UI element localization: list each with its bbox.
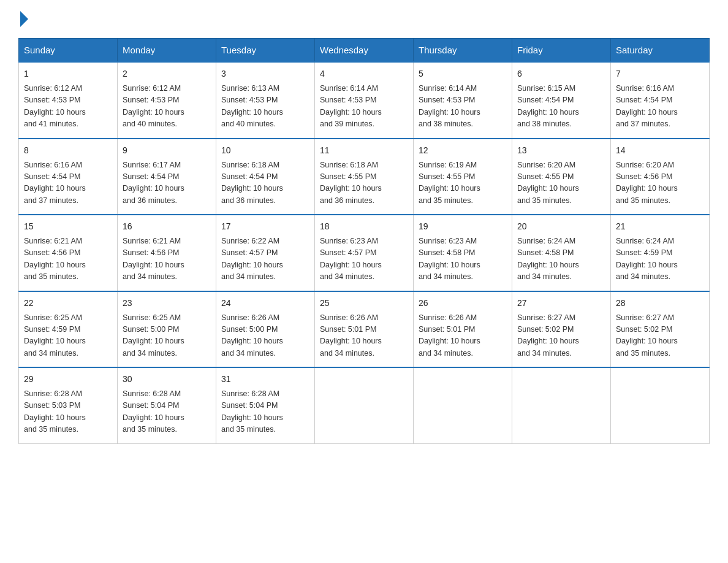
day-number: 5 [419, 67, 507, 80]
day-info: Sunrise: 6:26 AMSunset: 5:01 PMDaylight:… [320, 312, 408, 360]
day-info: Sunrise: 6:26 AMSunset: 5:00 PMDaylight:… [221, 312, 309, 360]
day-number: 18 [320, 220, 408, 233]
day-number: 30 [123, 373, 211, 386]
calendar-cell: 1 Sunrise: 6:12 AMSunset: 4:53 PMDayligh… [19, 62, 118, 139]
calendar-week-row: 29 Sunrise: 6:28 AMSunset: 5:03 PMDaylig… [19, 367, 710, 443]
day-number: 6 [517, 67, 605, 80]
day-info: Sunrise: 6:28 AMSunset: 5:04 PMDaylight:… [221, 388, 309, 436]
calendar-week-row: 22 Sunrise: 6:25 AMSunset: 4:59 PMDaylig… [19, 291, 710, 368]
day-info: Sunrise: 6:23 AMSunset: 4:58 PMDaylight:… [419, 236, 507, 283]
day-info: Sunrise: 6:12 AMSunset: 4:53 PMDaylight:… [24, 83, 112, 131]
calendar-cell [611, 367, 710, 443]
day-number: 12 [419, 144, 507, 157]
header-friday: Friday [512, 39, 611, 63]
day-info: Sunrise: 6:14 AMSunset: 4:53 PMDaylight:… [320, 83, 408, 131]
calendar-cell: 16 Sunrise: 6:21 AMSunset: 4:56 PMDaylig… [118, 215, 216, 291]
day-number: 26 [419, 297, 507, 310]
calendar-cell: 5 Sunrise: 6:14 AMSunset: 4:53 PMDayligh… [414, 62, 512, 139]
day-info: Sunrise: 6:20 AMSunset: 4:55 PMDaylight:… [517, 159, 605, 207]
header-monday: Monday [118, 39, 216, 63]
day-number: 20 [517, 220, 605, 233]
calendar-cell: 11 Sunrise: 6:18 AMSunset: 4:55 PMDaylig… [315, 139, 414, 215]
day-number: 16 [123, 220, 211, 233]
calendar-cell: 7 Sunrise: 6:16 AMSunset: 4:54 PMDayligh… [611, 62, 710, 139]
calendar-cell: 28 Sunrise: 6:27 AMSunset: 5:02 PMDaylig… [611, 291, 710, 368]
day-number: 11 [320, 144, 408, 157]
day-number: 22 [24, 297, 112, 310]
logo-arrow-icon [20, 11, 28, 27]
day-info: Sunrise: 6:27 AMSunset: 5:02 PMDaylight:… [517, 312, 605, 360]
day-info: Sunrise: 6:18 AMSunset: 4:55 PMDaylight:… [320, 159, 408, 207]
day-info: Sunrise: 6:14 AMSunset: 4:53 PMDaylight:… [419, 83, 507, 131]
calendar-cell: 13 Sunrise: 6:20 AMSunset: 4:55 PMDaylig… [512, 139, 611, 215]
day-info: Sunrise: 6:24 AMSunset: 4:58 PMDaylight:… [517, 236, 605, 283]
calendar-cell: 30 Sunrise: 6:28 AMSunset: 5:04 PMDaylig… [118, 367, 216, 443]
day-number: 21 [616, 220, 704, 233]
day-number: 10 [221, 144, 309, 157]
calendar-cell: 22 Sunrise: 6:25 AMSunset: 4:59 PMDaylig… [19, 291, 118, 368]
calendar-cell: 10 Sunrise: 6:18 AMSunset: 4:54 PMDaylig… [216, 139, 315, 215]
day-number: 13 [517, 144, 605, 157]
header-sunday: Sunday [19, 39, 118, 63]
day-info: Sunrise: 6:27 AMSunset: 5:02 PMDaylight:… [616, 312, 704, 360]
calendar-cell: 8 Sunrise: 6:16 AMSunset: 4:54 PMDayligh… [19, 139, 118, 215]
day-number: 27 [517, 297, 605, 310]
day-info: Sunrise: 6:22 AMSunset: 4:57 PMDaylight:… [221, 236, 309, 283]
day-number: 8 [24, 144, 112, 157]
day-number: 25 [320, 297, 408, 310]
day-info: Sunrise: 6:16 AMSunset: 4:54 PMDaylight:… [616, 83, 704, 131]
calendar-cell: 21 Sunrise: 6:24 AMSunset: 4:59 PMDaylig… [611, 215, 710, 291]
calendar-cell: 19 Sunrise: 6:23 AMSunset: 4:58 PMDaylig… [414, 215, 512, 291]
calendar-week-row: 15 Sunrise: 6:21 AMSunset: 4:56 PMDaylig… [19, 215, 710, 291]
day-number: 19 [419, 220, 507, 233]
day-info: Sunrise: 6:26 AMSunset: 5:01 PMDaylight:… [419, 312, 507, 360]
calendar-table: SundayMondayTuesdayWednesdayThursdayFrid… [18, 38, 710, 444]
calendar-cell: 18 Sunrise: 6:23 AMSunset: 4:57 PMDaylig… [315, 215, 414, 291]
day-info: Sunrise: 6:13 AMSunset: 4:53 PMDaylight:… [221, 83, 309, 131]
calendar-cell: 2 Sunrise: 6:12 AMSunset: 4:53 PMDayligh… [118, 62, 216, 139]
calendar-cell: 3 Sunrise: 6:13 AMSunset: 4:53 PMDayligh… [216, 62, 315, 139]
day-info: Sunrise: 6:12 AMSunset: 4:53 PMDaylight:… [123, 83, 211, 131]
day-number: 7 [616, 67, 704, 80]
day-info: Sunrise: 6:19 AMSunset: 4:55 PMDaylight:… [419, 159, 507, 207]
day-number: 17 [221, 220, 309, 233]
calendar-week-row: 1 Sunrise: 6:12 AMSunset: 4:53 PMDayligh… [19, 62, 710, 139]
calendar-cell: 25 Sunrise: 6:26 AMSunset: 5:01 PMDaylig… [315, 291, 414, 368]
day-info: Sunrise: 6:24 AMSunset: 4:59 PMDaylight:… [616, 236, 704, 283]
day-info: Sunrise: 6:28 AMSunset: 5:03 PMDaylight:… [24, 388, 112, 436]
calendar-cell: 26 Sunrise: 6:26 AMSunset: 5:01 PMDaylig… [414, 291, 512, 368]
day-number: 2 [123, 67, 211, 80]
day-info: Sunrise: 6:15 AMSunset: 4:54 PMDaylight:… [517, 83, 605, 131]
calendar-cell: 29 Sunrise: 6:28 AMSunset: 5:03 PMDaylig… [19, 367, 118, 443]
day-number: 29 [24, 373, 112, 386]
day-info: Sunrise: 6:20 AMSunset: 4:56 PMDaylight:… [616, 159, 704, 207]
header-wednesday: Wednesday [315, 39, 414, 63]
day-info: Sunrise: 6:25 AMSunset: 5:00 PMDaylight:… [123, 312, 211, 360]
calendar-cell: 27 Sunrise: 6:27 AMSunset: 5:02 PMDaylig… [512, 291, 611, 368]
header-saturday: Saturday [611, 39, 710, 63]
page-header [18, 12, 710, 27]
day-info: Sunrise: 6:16 AMSunset: 4:54 PMDaylight:… [24, 159, 112, 207]
day-info: Sunrise: 6:21 AMSunset: 4:56 PMDaylight:… [24, 236, 112, 283]
calendar-cell: 4 Sunrise: 6:14 AMSunset: 4:53 PMDayligh… [315, 62, 414, 139]
calendar-cell: 14 Sunrise: 6:20 AMSunset: 4:56 PMDaylig… [611, 139, 710, 215]
calendar-cell: 24 Sunrise: 6:26 AMSunset: 5:00 PMDaylig… [216, 291, 315, 368]
header-thursday: Thursday [414, 39, 512, 63]
day-number: 4 [320, 67, 408, 80]
day-number: 15 [24, 220, 112, 233]
day-number: 31 [221, 373, 309, 386]
calendar-header-row: SundayMondayTuesdayWednesdayThursdayFrid… [19, 39, 710, 63]
header-tuesday: Tuesday [216, 39, 315, 63]
calendar-week-row: 8 Sunrise: 6:16 AMSunset: 4:54 PMDayligh… [19, 139, 710, 215]
day-info: Sunrise: 6:23 AMSunset: 4:57 PMDaylight:… [320, 236, 408, 283]
calendar-cell [414, 367, 512, 443]
day-number: 24 [221, 297, 309, 310]
calendar-cell: 15 Sunrise: 6:21 AMSunset: 4:56 PMDaylig… [19, 215, 118, 291]
calendar-cell: 6 Sunrise: 6:15 AMSunset: 4:54 PMDayligh… [512, 62, 611, 139]
logo [18, 12, 28, 27]
calendar-cell: 20 Sunrise: 6:24 AMSunset: 4:58 PMDaylig… [512, 215, 611, 291]
day-info: Sunrise: 6:18 AMSunset: 4:54 PMDaylight:… [221, 159, 309, 207]
day-info: Sunrise: 6:28 AMSunset: 5:04 PMDaylight:… [123, 388, 211, 436]
day-number: 14 [616, 144, 704, 157]
calendar-cell: 17 Sunrise: 6:22 AMSunset: 4:57 PMDaylig… [216, 215, 315, 291]
